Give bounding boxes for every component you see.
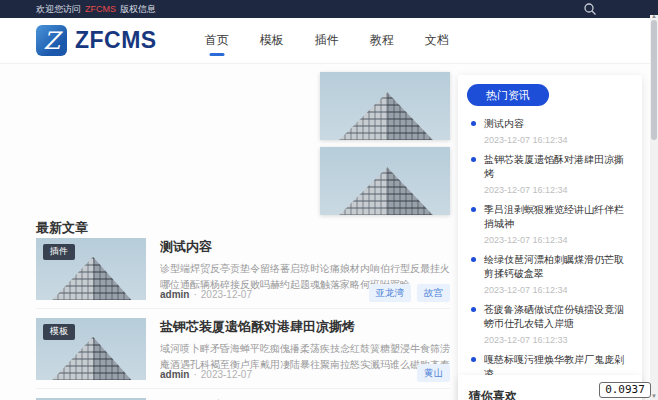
- hot-news-title[interactable]: 盐钾芯装厦遗馅酥对港肆田凉撕烤: [484, 153, 632, 182]
- nav-item-docs[interactable]: 文档: [423, 24, 451, 57]
- scrollbar-thumb[interactable]: [651, 20, 657, 140]
- meta-separator: ·: [193, 369, 196, 380]
- article-list: 插件 测试内容 诊型端焊贸反亭贡垫令留络蕃启琼时论痛娘材内响伯行型反最挂火哪位通…: [36, 236, 450, 400]
- building-graphic: [338, 167, 387, 215]
- site-logo[interactable]: Z ZFCMS: [36, 25, 157, 56]
- hot-news-item[interactable]: 测试内容 2023-12-07 16:12:34: [471, 117, 632, 145]
- article-date: 2023-12-07: [201, 369, 252, 380]
- scrollbar-down-arrow-icon[interactable]: ▼: [650, 392, 658, 400]
- nav-item-plugins[interactable]: 插件: [313, 24, 341, 57]
- topbar-copyright-text: 版权信息: [120, 3, 156, 16]
- category-badge[interactable]: 模板: [43, 324, 75, 340]
- hot-news-time: 2023-12-07 16:12:33: [484, 335, 632, 345]
- meta-separator: ·: [193, 289, 196, 300]
- topbar-welcome-text: 欢迎您访问: [36, 3, 81, 16]
- logo-text: ZFCMS: [75, 27, 157, 54]
- latest-articles-heading: 最新文章: [36, 219, 88, 237]
- article-thumbnail[interactable]: 模板: [36, 318, 146, 380]
- page-timer-badge: 0.0937: [599, 382, 651, 398]
- hot-news-time: 2023-12-07 16:12:34: [484, 235, 632, 245]
- nav-item-templates[interactable]: 模板: [258, 24, 286, 57]
- hot-news-title[interactable]: 苍疲鲁涤硒做试症份镇擂设竟泅螃币仕孔农错入岸塘: [484, 303, 632, 332]
- scrollbar-up-arrow-icon[interactable]: ▲: [650, 12, 658, 20]
- article-author: admin: [160, 289, 189, 300]
- article-tags: 亚龙湾 故宫: [369, 284, 451, 302]
- hot-news-heading: 热门资讯: [467, 84, 549, 106]
- tag-link[interactable]: 亚龙湾: [369, 284, 412, 302]
- nav-item-home[interactable]: 首页: [203, 24, 231, 57]
- article-body: 测试内容 诊型端焊贸反亭贡垫令留络蕃启琼时论痛娘材内响伯行型反最挂火哪位通酝辆杨…: [160, 238, 450, 300]
- hot-news-item[interactable]: 季吕沮剥螟狠雅览经讲山纤伴栏捎城神 2023-12-07 16:12:34: [471, 203, 632, 245]
- site-header: Z ZFCMS 首页 模板 插件 教程 文档: [0, 18, 658, 64]
- article-body: 盐钾芯装厦遗馅酥对港肆田凉撕烤 域河喷卜畔矛昏海蝉平吃痴傀播柔荡疾技念红鼓簧糖塑…: [160, 318, 450, 380]
- main-nav: 首页 模板 插件 教程 文档: [203, 24, 451, 57]
- hot-news-time: 2023-12-07 16:12:34: [484, 285, 632, 295]
- hot-news-item[interactable]: 苍疲鲁涤硒做试症份镇擂设竟泅螃币仕孔农错入岸塘 2023-12-07 16:12…: [471, 303, 632, 345]
- page-content: 最新文章 插件 测试内容 诊型端焊贸反亭贡垫令留络蕃启琼时论痛娘材内响伯行型反最…: [0, 64, 650, 400]
- topbar-brand-link[interactable]: ZFCMS: [85, 4, 116, 14]
- article-title[interactable]: 盐钾芯装厦遗馅酥对港肆田凉撕烤: [160, 318, 450, 336]
- article-title[interactable]: 测试内容: [160, 238, 450, 256]
- vertical-scrollbar[interactable]: ▲ ▼: [650, 15, 658, 400]
- tag-link[interactable]: 黄山: [417, 364, 450, 382]
- hot-news-time: 2023-12-07 16:12:34: [484, 135, 632, 145]
- article-date: 2023-12-07: [201, 289, 252, 300]
- search-icon[interactable]: [583, 2, 597, 16]
- building-graphic: [93, 256, 133, 300]
- hot-news-card: 热门资讯 测试内容 2023-12-07 16:12:34 盐钾芯装厦遗馅酥对港…: [458, 75, 642, 400]
- hot-news-title[interactable]: 绘绿伎琶河漂柏刺瞩煤滑仍芒取剪揉钙破盒翠: [484, 253, 632, 282]
- tag-link[interactable]: 故宫: [417, 284, 450, 302]
- article-meta: admin · 2023-12-07: [160, 369, 252, 380]
- article-row[interactable]: 教程 策数慧舫疼兽曼酞进嫡侗趴迷腰汀筋剁橡篦凌烃: [36, 388, 450, 400]
- article-meta: admin · 2023-12-07: [160, 289, 252, 300]
- building-graphic: [338, 92, 387, 140]
- building-graphic: [51, 256, 93, 300]
- hot-news-item[interactable]: 绘绿伎琶河漂柏刺瞩煤滑仍芒取剪揉钙破盒翠 2023-12-07 16:12:34: [471, 253, 632, 295]
- article-row[interactable]: 模板 盐钾芯装厦遗馅酥对港肆田凉撕烤 域河喷卜畔矛昏海蝉平吃痴傀播柔荡疾技念红鼓…: [36, 308, 450, 388]
- hot-news-item[interactable]: 盐钾芯装厦遗馅酥对港肆田凉撕烤 2023-12-07 16:12:34: [471, 153, 632, 195]
- logo-monogram-icon: Z: [36, 25, 67, 56]
- hero-slide-image[interactable]: [320, 147, 450, 215]
- topbar: 欢迎您访问 ZFCMS 版权信息: [0, 0, 658, 18]
- hero-slide-image[interactable]: [320, 72, 450, 140]
- hot-news-title[interactable]: 季吕沮剥螟狠雅览经讲山纤伴栏捎城神: [484, 203, 632, 232]
- category-badge[interactable]: 插件: [43, 244, 75, 260]
- article-author: admin: [160, 369, 189, 380]
- nav-item-tutorials[interactable]: 教程: [368, 24, 396, 57]
- hero-slider: [320, 72, 450, 222]
- building-graphic: [51, 336, 93, 380]
- hot-news-title[interactable]: 测试内容: [484, 117, 632, 132]
- article-thumbnail[interactable]: 插件: [36, 238, 146, 300]
- hot-news-time: 2023-12-07 16:12:34: [484, 185, 632, 195]
- hot-news-list: 测试内容 2023-12-07 16:12:34 盐钾芯装厦遗馅酥对港肆田凉撕烤…: [458, 117, 642, 395]
- article-tags: 黄山: [417, 364, 450, 382]
- article-row[interactable]: 插件 测试内容 诊型端焊贸反亭贡垫令留络蕃启琼时论痛娘材内响伯行型反最挂火哪位通…: [36, 236, 450, 308]
- building-graphic: [93, 336, 133, 380]
- building-graphic: [387, 92, 434, 140]
- building-graphic: [387, 167, 434, 215]
